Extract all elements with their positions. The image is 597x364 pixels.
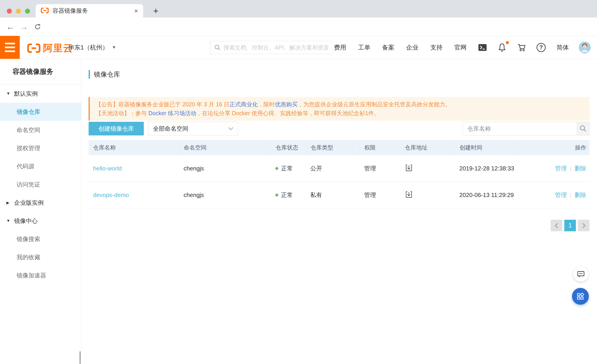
sidebar-item-my-favorites[interactable]: 我的收藏 [0, 248, 81, 266]
chevron-right-icon [581, 222, 586, 229]
repo-name-link[interactable]: devops-demo [93, 191, 129, 198]
widgets-panel-button[interactable] [572, 288, 589, 305]
cloudshell-icon[interactable] [472, 43, 493, 52]
delete-action-link[interactable]: 删除 [574, 191, 586, 199]
action-divider: | [570, 165, 571, 172]
repository-search-button[interactable] [577, 122, 589, 135]
forward-icon[interactable]: → [18, 17, 31, 36]
action-divider: | [570, 192, 571, 198]
column-header-created: 创建时间 [455, 140, 515, 155]
aliyun-favicon-icon [41, 8, 49, 14]
nav-item-tickets[interactable]: 工单 [352, 43, 376, 52]
nav-item-icp[interactable]: 备案 [376, 43, 400, 52]
repo-address-download-icon[interactable] [405, 164, 413, 173]
notification-bell-icon[interactable] [493, 42, 511, 53]
create-repository-button[interactable]: 创建镜像仓库 [89, 122, 144, 135]
cart-icon[interactable] [511, 43, 532, 52]
user-avatar[interactable] [579, 42, 591, 53]
apps-grid-icon [576, 292, 585, 301]
browser-toolbar: ← → cr.console.aliyun.com/cn-hangzhou/in… [0, 17, 597, 36]
caret-right-icon: ▶ [6, 200, 14, 205]
repo-namespace: chengjs [184, 165, 204, 172]
announcement-banner: 【公告】容器镜像服务企业版已于 2020 年 3 月 16 日正式商业化，限时优… [89, 97, 589, 121]
sidebar-item-access-credentials[interactable]: 访问凭证 [0, 175, 81, 194]
chevron-left-icon [554, 222, 559, 229]
repo-type: 公开 [310, 165, 322, 173]
column-header-actions: 操作 [515, 140, 589, 155]
column-header-type: 仓库类型 [306, 140, 360, 155]
new-tab-button[interactable]: + [150, 5, 162, 17]
link-discount-purchase[interactable]: 优惠购买 [275, 101, 298, 107]
sidebar-item-image-search[interactable]: 镜像搜索 [0, 230, 81, 248]
region-selector[interactable]: 华东1（杭州） ▼ [68, 36, 116, 59]
feedback-chat-button[interactable] [573, 267, 588, 282]
browser-tab[interactable]: 容器镜像服务 × [36, 4, 143, 17]
column-header-address: 仓库地址 [400, 140, 455, 155]
sidebar-item-namespaces[interactable]: 命名空间 [0, 121, 81, 139]
repo-status: 正常 [281, 165, 293, 173]
back-icon[interactable]: ← [4, 17, 17, 36]
caret-down-icon: ▼ [6, 91, 14, 96]
sidebar: 容器镜像服务 ▼ 默认实例 镜像仓库 命名空间 授权管理 代码源 访问凭证 ▶ … [0, 59, 81, 364]
table-toolbar: 创建镜像仓库 全部命名空间 [89, 122, 589, 135]
delete-action-link[interactable]: 删除 [574, 165, 586, 173]
page-title: 镜像仓库 [89, 70, 120, 79]
status-dot [275, 167, 278, 170]
repository-search-group [463, 122, 589, 135]
tab-close-icon[interactable]: × [134, 8, 138, 14]
sidebar-scrollbar[interactable] [79, 351, 81, 364]
hamburger-menu-icon[interactable] [0, 36, 20, 59]
sidebar-item-repositories[interactable]: 镜像仓库 [0, 103, 81, 121]
repository-search-input[interactable] [463, 122, 577, 135]
screen: 容器镜像服务 × + ← → cr.console.aliyun.com/cn-… [0, 0, 597, 364]
pagination-next-button[interactable] [578, 220, 589, 231]
search-icon [579, 125, 587, 133]
console-search-box[interactable] [210, 41, 332, 54]
repo-namespace: chengjs [184, 191, 204, 198]
minimize-window-button[interactable] [16, 9, 21, 14]
language-toggle[interactable]: 简体 [551, 43, 575, 52]
status-dot [275, 194, 278, 197]
column-header-namespace: 命名空间 [179, 140, 271, 155]
sidebar-item-code-source[interactable]: 代码源 [0, 157, 81, 175]
pagination-prev-button[interactable] [551, 220, 562, 231]
repo-name-link[interactable]: hello-world [93, 165, 122, 172]
announcement-line1: 【公告】容器镜像服务企业版已于 2020 年 3 月 16 日正式商业化，限时优… [96, 100, 589, 109]
repositories-table: 仓库名称 命名空间 仓库状态 仓库类型 权限 仓库地址 创建时间 操作 hell… [89, 140, 589, 208]
chevron-down-icon [228, 127, 234, 130]
manage-action-link[interactable]: 管理 [555, 165, 567, 173]
sidebar-group-enterprise-instance[interactable]: ▶ 企业版实例 [0, 194, 81, 212]
aliyun-logo[interactable]: 阿里云 [27, 42, 73, 55]
column-header-repo-name: 仓库名称 [89, 140, 179, 155]
close-window-button[interactable] [7, 9, 12, 14]
sidebar-title: 容器镜像服务 [0, 59, 81, 85]
region-label: 华东1（杭州） [68, 43, 108, 52]
maximize-window-button[interactable] [25, 9, 30, 14]
link-docker-playground[interactable]: Docker 练习场活动 [148, 110, 196, 116]
table-header-row: 仓库名称 命名空间 仓库状态 仓库类型 权限 仓库地址 创建时间 操作 [89, 140, 589, 155]
table-row: devops-demo chengjs 正常 私有 管理 2020-06-13 … [89, 182, 589, 208]
console-search-input[interactable] [224, 44, 328, 51]
chat-bubble-icon [577, 270, 585, 278]
link-commercialization[interactable]: 正式商业化 [229, 101, 258, 107]
table-row: hello-world chengjs 正常 公开 管理 2019-12-28 … [89, 155, 589, 182]
nav-item-enterprise[interactable]: 企业 [400, 43, 424, 52]
sidebar-item-image-accelerator[interactable]: 镜像加速器 [0, 266, 81, 285]
pagination-current-page[interactable]: 1 [564, 220, 576, 231]
repo-address-download-icon[interactable] [405, 190, 413, 200]
nav-item-billing[interactable]: 费用 [328, 43, 352, 52]
repo-type: 私有 [310, 191, 322, 199]
repo-status: 正常 [281, 191, 293, 199]
manage-action-link[interactable]: 管理 [555, 191, 567, 199]
sidebar-item-authorization[interactable]: 授权管理 [0, 139, 81, 157]
nav-item-website[interactable]: 官网 [448, 43, 472, 52]
sidebar-group-default-instance[interactable]: ▼ 默认实例 [0, 85, 81, 103]
search-icon [214, 44, 221, 51]
nav-item-support[interactable]: 支持 [424, 43, 448, 52]
help-icon[interactable]: ? [532, 43, 551, 52]
caret-down-icon: ▼ [6, 219, 14, 223]
namespace-filter-select[interactable]: 全部命名空间 [148, 122, 238, 135]
sidebar-group-image-center[interactable]: ▼ 镜像中心 [0, 212, 81, 230]
reload-icon[interactable] [31, 17, 44, 36]
window-controls [7, 9, 30, 14]
